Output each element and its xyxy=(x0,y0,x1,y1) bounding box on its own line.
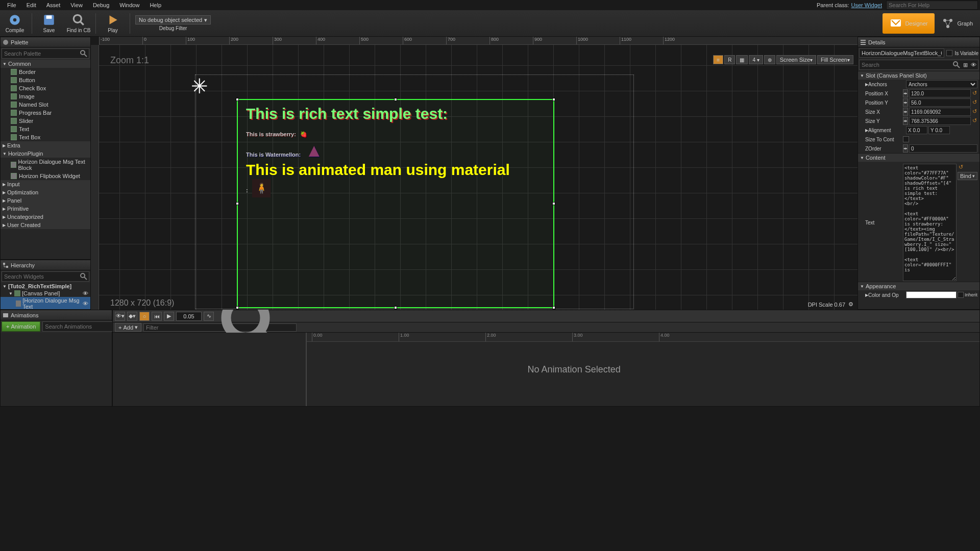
position-x-input[interactable] xyxy=(909,89,971,97)
animations-header[interactable]: Animations xyxy=(1,310,112,320)
palette-item-horizon-flip[interactable]: Horizon Flipbook Widget xyxy=(1,172,90,180)
details-search[interactable]: ⊞ 👁 xyxy=(859,60,978,70)
spinner-icon[interactable]: ◂▸ xyxy=(903,117,908,125)
section-appearance[interactable]: ▼Appearance xyxy=(858,282,979,290)
menu-help[interactable]: Help xyxy=(144,1,166,9)
tl-time-input[interactable] xyxy=(176,312,202,321)
details-view-icon[interactable]: ⊞ xyxy=(962,62,969,68)
palette-item-namedslot[interactable]: Named Slot xyxy=(1,101,90,109)
hierarchy-search-input[interactable] xyxy=(2,273,80,280)
palette-category-extra[interactable]: ▶Extra xyxy=(1,141,90,149)
zorder-input[interactable] xyxy=(909,144,977,153)
resize-handle[interactable] xyxy=(552,306,555,309)
graph-mode-button[interactable]: Graph xyxy=(935,13,980,34)
reset-icon[interactable]: ↺ xyxy=(972,108,977,115)
inherit-checkbox[interactable] xyxy=(958,292,964,298)
gear-icon[interactable]: ⚙ xyxy=(848,301,853,308)
section-content[interactable]: ▼Content xyxy=(858,153,979,162)
eye-icon[interactable]: 👁 xyxy=(969,62,978,68)
details-search-input[interactable] xyxy=(860,62,952,68)
reset-icon[interactable]: ↺ xyxy=(958,164,965,171)
palette-item-slider[interactable]: Slider xyxy=(1,117,90,125)
vp-snap-btn[interactable]: 4 ▾ xyxy=(749,55,763,64)
tree-horizon-msg[interactable]: [Horizon Dialogue Msg Text👁 xyxy=(1,297,90,309)
resize-handle[interactable] xyxy=(236,306,239,309)
align-y-input[interactable] xyxy=(928,126,950,134)
tree-root[interactable]: ▼[Tuto2_RichTextSimple] xyxy=(1,283,90,290)
resize-handle[interactable] xyxy=(236,202,239,205)
resize-handle[interactable] xyxy=(394,98,397,101)
position-y-input[interactable] xyxy=(909,98,971,107)
menu-debug[interactable]: Debug xyxy=(88,1,114,9)
palette-category-common[interactable]: ▼Common xyxy=(1,60,90,68)
vp-grid-btn[interactable]: ▦ xyxy=(736,55,748,64)
vp-layout-btn[interactable]: ≡ xyxy=(713,55,723,64)
palette-category-primitive[interactable]: ▶Primitive xyxy=(1,205,90,213)
palette-search-input[interactable] xyxy=(2,51,80,57)
spinner-icon[interactable]: ◂▸ xyxy=(903,108,908,116)
search-help-input[interactable] xyxy=(886,1,978,10)
tl-record-btn[interactable]: ○ xyxy=(139,312,150,321)
anchor-icon[interactable]: ✳ xyxy=(191,74,208,98)
palette-category-usercreated[interactable]: ▶User Created xyxy=(1,221,90,229)
align-x-input[interactable] xyxy=(906,126,927,134)
spinner-icon[interactable]: ◂▸ xyxy=(903,89,908,97)
palette-item-border[interactable]: Border xyxy=(1,68,90,76)
spinner-icon[interactable]: ◂▸ xyxy=(903,144,908,153)
palette-item-checkbox[interactable]: Check Box xyxy=(1,84,90,92)
designer-mode-button[interactable]: Designer xyxy=(883,13,935,34)
size-x-input[interactable] xyxy=(909,108,971,116)
palette-search[interactable] xyxy=(2,48,89,59)
palette-item-text[interactable]: Text xyxy=(1,125,90,133)
tl-key-btn[interactable]: ◆▾ xyxy=(127,312,137,321)
designer-viewport[interactable]: -100 0 100 200 300 400 500 600 700 800 9… xyxy=(91,37,857,310)
reset-icon[interactable]: ↺ xyxy=(972,90,977,97)
palette-item-progressbar[interactable]: Progress Bar xyxy=(1,109,90,117)
reset-icon[interactable]: ↺ xyxy=(972,99,977,106)
canvas-area[interactable]: Zoom 1:1 ≡ R ▦ 4 ▾ ⊕ Screen Size ▾ Fill … xyxy=(99,45,857,310)
hierarchy-header[interactable]: Hierarchy xyxy=(1,260,90,270)
text-content-textarea[interactable] xyxy=(903,164,957,281)
palette-item-horizon-msg[interactable]: Horizon Dialogue Msg Text Block xyxy=(1,158,90,172)
section-slot[interactable]: ▼Slot (Canvas Panel Slot) xyxy=(858,71,979,80)
vp-screensize-btn[interactable]: Screen Size ▾ xyxy=(776,55,816,64)
parent-class-link[interactable]: User Widget xyxy=(851,2,882,8)
palette-category-input[interactable]: ▶Input xyxy=(1,180,90,188)
animations-search-input[interactable] xyxy=(43,323,117,330)
palette-item-button[interactable]: Button xyxy=(1,76,90,84)
bind-dropdown[interactable]: Bind▾ xyxy=(958,172,977,180)
palette-category-panel[interactable]: ▶Panel xyxy=(1,196,90,205)
palette-header[interactable]: Palette xyxy=(1,37,90,47)
menu-file[interactable]: File xyxy=(2,1,21,9)
palette-item-textbox[interactable]: Text Box xyxy=(1,133,90,141)
tl-add-button[interactable]: +Add▾ xyxy=(115,323,141,332)
tree-canvas[interactable]: ▼[Canvas Panel]👁 xyxy=(1,290,90,297)
palette-category-uncategorized[interactable]: ▶Uncategorized xyxy=(1,213,90,221)
menu-window[interactable]: Window xyxy=(114,1,144,9)
resize-handle[interactable] xyxy=(552,98,555,101)
tl-curve-btn[interactable]: ∿ xyxy=(204,312,214,321)
color-swatch[interactable] xyxy=(906,291,957,298)
size-y-input[interactable] xyxy=(909,117,971,125)
vp-r-btn[interactable]: R xyxy=(724,55,735,64)
tl-prev-btn[interactable]: ⏮ xyxy=(152,312,162,321)
resize-handle[interactable] xyxy=(236,98,239,101)
tl-filter[interactable] xyxy=(143,323,297,332)
reset-icon[interactable]: ↺ xyxy=(972,117,977,124)
add-animation-button[interactable]: +Animation xyxy=(2,321,40,332)
resize-handle[interactable] xyxy=(394,306,397,309)
timeline-ruler[interactable]: 0.00 1.00 2.00 3.00 4.00 xyxy=(307,333,979,342)
compile-button[interactable]: Compile xyxy=(0,11,30,36)
size-content-checkbox[interactable] xyxy=(903,136,909,142)
palette-category-horizon[interactable]: ▼HorizonPlugin xyxy=(1,149,90,158)
menu-view[interactable]: View xyxy=(65,1,88,9)
timeline-body[interactable]: 0.00 1.00 2.00 3.00 4.00 No Animation Se… xyxy=(113,333,979,406)
timeline-divider[interactable] xyxy=(306,333,307,406)
menu-asset[interactable]: Asset xyxy=(41,1,66,9)
tl-view-btn[interactable]: 👁▾ xyxy=(115,312,125,321)
spinner-icon[interactable]: ◂▸ xyxy=(903,98,908,107)
object-name-input[interactable] xyxy=(859,48,944,58)
debug-object-dropdown[interactable]: No debug object selected ▾ xyxy=(135,15,211,24)
eye-icon[interactable]: 👁 xyxy=(83,290,88,296)
anchors-dropdown[interactable]: Anchors xyxy=(906,80,977,88)
